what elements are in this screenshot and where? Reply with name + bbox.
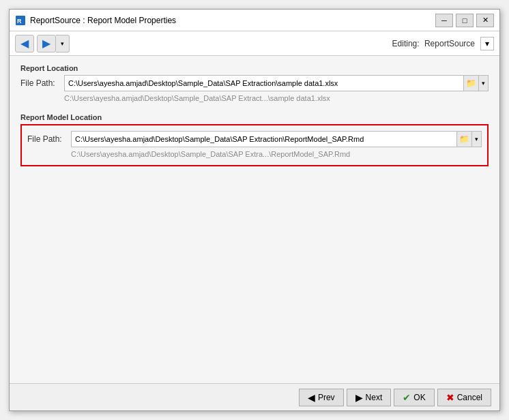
prev-label: Prev [318,393,335,402]
report-location-file-path-input[interactable] [65,77,463,89]
title-bar: R ReportSource : Report Model Properties… [10,10,499,31]
report-location-input-group: 📁 ▾ [64,75,489,91]
app-icon: R [15,15,26,26]
cancel-icon: ✖ [446,392,454,403]
main-window: R ReportSource : Report Model Properties… [9,9,500,411]
forward-icon: ▶ [42,37,50,50]
back-icon: ◀ [20,37,29,50]
content-area: Report Location File Path: 📁 ▾ C:\Users\… [10,56,499,383]
footer: ◀ Prev ▶ Next ✔ OK ✖ Cancel [10,383,499,410]
report-location-folder-button[interactable]: 📁 [463,76,478,91]
report-model-highlighted-section: File Path: 📁 ▾ C:\Users\ayesha.amjad\Des… [20,124,489,166]
title-bar-controls: ─ □ ✕ [435,14,494,27]
report-location-dropdown-button[interactable]: ▾ [478,76,488,91]
back-button[interactable]: ◀ [15,35,34,52]
dropdown-icon: ▾ [61,40,64,47]
editing-label: Editing: ReportSource [392,39,475,48]
report-model-input-group: 📁 ▾ [71,131,482,147]
prev-button[interactable]: ◀ Prev [299,389,344,406]
folder-icon: 📁 [459,134,469,144]
report-model-file-path-input[interactable] [72,133,456,145]
prev-icon: ◀ [308,392,315,403]
report-location-file-path-label: File Path: [20,78,60,88]
title-bar-text: ReportSource : Report Model Properties [30,16,435,25]
report-model-dropdown-button[interactable]: ▾ [471,132,481,147]
svg-text:R: R [17,18,22,25]
folder-icon: 📁 [466,78,476,88]
dropdown-icon: ▾ [475,136,478,142]
next-button[interactable]: ▶ Next [347,389,392,406]
editing-dropdown-button[interactable]: ▾ [480,37,494,50]
maximize-button[interactable]: □ [456,14,474,27]
report-location-section: Report Location File Path: 📁 ▾ C:\Users\… [20,64,489,102]
ok-icon: ✔ [403,392,411,403]
report-model-location-section: Report Model Location File Path: 📁 ▾ C:\… [20,113,489,166]
minimize-button[interactable]: ─ [435,14,453,27]
report-location-label: Report Location [20,64,489,72]
cancel-button[interactable]: ✖ Cancel [437,389,491,406]
forward-dropdown-button[interactable]: ▾ [56,35,70,52]
close-button[interactable]: ✕ [476,14,494,27]
ok-button[interactable]: ✔ OK [394,389,434,406]
report-location-field-row: File Path: 📁 ▾ [20,75,489,91]
editing-label-text: Editing: [392,39,420,48]
cancel-label: Cancel [457,393,482,402]
report-model-file-path-label: File Path: [27,134,67,144]
report-model-folder-button[interactable]: 📁 [456,132,471,147]
report-model-field-row: File Path: 📁 ▾ [27,131,482,147]
report-location-subtext: C:\Users\ayesha.amjad\Desktop\Sample_Dat… [64,94,489,102]
forward-button[interactable]: ▶ [37,35,56,52]
next-icon: ▶ [355,392,363,403]
dropdown-chevron-icon: ▾ [485,39,489,48]
toolbar: ◀ ▶ ▾ Editing: ReportSource ▾ [10,31,499,56]
next-label: Next [366,393,383,402]
report-model-location-label: Report Model Location [20,113,489,121]
dropdown-icon: ▾ [482,80,485,87]
ok-label: OK [413,393,425,402]
report-model-subtext: C:\Users\ayesha.amjad\Desktop\Sample_Dat… [71,150,482,158]
editing-value-text: ReportSource [424,39,475,48]
